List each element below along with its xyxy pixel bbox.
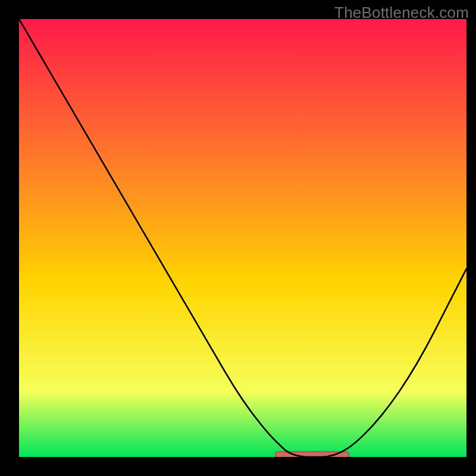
curve-layer [19, 19, 466, 457]
plot-area [19, 19, 466, 457]
watermark-text: TheBottleneck.com [334, 4, 469, 22]
bottleneck-curve [19, 19, 466, 457]
chart-stage: TheBottleneck.com [0, 0, 476, 476]
